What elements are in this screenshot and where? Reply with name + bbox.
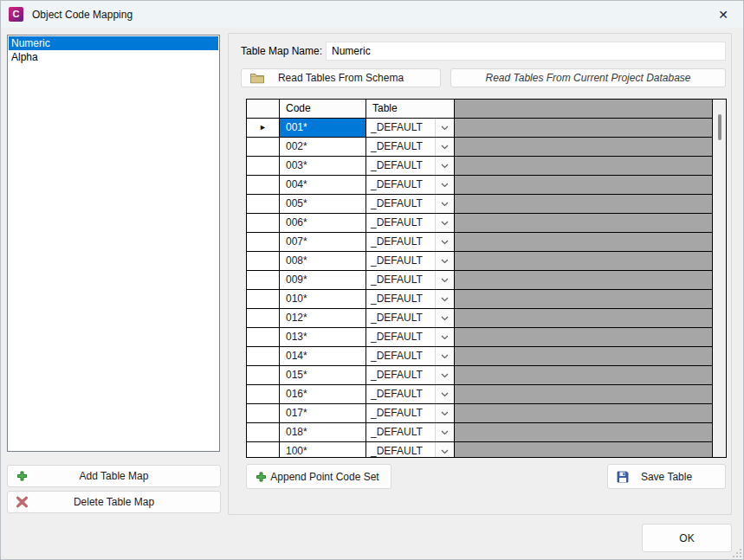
row-selector-cell[interactable]: [247, 252, 280, 270]
grid-row[interactable]: 009* _DEFAULT: [247, 271, 726, 290]
combo-dropdown-button[interactable]: [435, 233, 454, 251]
grid-vertical-scrollbar[interactable]: [712, 100, 726, 457]
ok-button[interactable]: OK: [642, 524, 732, 552]
grid-row[interactable]: 007* _DEFAULT: [247, 233, 726, 252]
row-selector-cell[interactable]: [247, 328, 280, 346]
code-cell[interactable]: 010*: [280, 290, 366, 308]
delete-table-map-button[interactable]: Delete Table Map: [7, 491, 221, 513]
combo-dropdown-button[interactable]: [435, 195, 454, 213]
code-cell[interactable]: 001*: [280, 119, 366, 137]
row-selector-cell[interactable]: [247, 366, 280, 384]
code-cell[interactable]: 006*: [280, 214, 366, 232]
combo-dropdown-button[interactable]: [435, 252, 454, 270]
table-map-list-item[interactable]: Alpha: [9, 50, 218, 64]
column-header-code[interactable]: Code: [280, 100, 366, 118]
code-cell[interactable]: 012*: [280, 309, 366, 327]
table-cell[interactable]: _DEFAULT: [366, 214, 455, 232]
code-cell[interactable]: 007*: [280, 233, 366, 251]
table-cell[interactable]: _DEFAULT: [366, 157, 455, 175]
code-cell[interactable]: 017*: [280, 404, 366, 422]
table-cell[interactable]: _DEFAULT: [366, 385, 455, 403]
grid-row[interactable]: 004* _DEFAULT: [247, 176, 726, 195]
row-selector-cell[interactable]: [247, 347, 280, 365]
code-cell[interactable]: 009*: [280, 271, 366, 289]
grid-row[interactable]: 015* _DEFAULT: [247, 366, 726, 385]
row-selector-cell[interactable]: [247, 195, 280, 213]
combo-dropdown-button[interactable]: [435, 347, 454, 365]
table-cell[interactable]: _DEFAULT: [366, 271, 455, 289]
grid-row[interactable]: 008* _DEFAULT: [247, 252, 726, 271]
grid-row[interactable]: 003* _DEFAULT: [247, 157, 726, 176]
table-cell[interactable]: _DEFAULT: [366, 347, 455, 365]
code-cell[interactable]: 004*: [280, 176, 366, 194]
table-cell[interactable]: _DEFAULT: [366, 423, 455, 441]
code-cell[interactable]: 003*: [280, 157, 366, 175]
combo-dropdown-button[interactable]: [435, 176, 454, 194]
code-cell[interactable]: 016*: [280, 385, 366, 403]
combo-dropdown-button[interactable]: [435, 328, 454, 346]
grid-row[interactable]: 013* _DEFAULT: [247, 328, 726, 347]
row-selector-cell[interactable]: [247, 214, 280, 232]
read-tables-from-project-button[interactable]: Read Tables From Current Project Databas…: [450, 68, 726, 87]
code-cell[interactable]: 005*: [280, 195, 366, 213]
code-cell[interactable]: 008*: [280, 252, 366, 270]
row-selector-cell[interactable]: [247, 271, 280, 289]
combo-dropdown-button[interactable]: [435, 214, 454, 232]
row-selector-cell[interactable]: [247, 442, 280, 458]
combo-dropdown-button[interactable]: [435, 404, 454, 422]
combo-dropdown-button[interactable]: [435, 385, 454, 403]
grid-row[interactable]: 012* _DEFAULT: [247, 309, 726, 328]
table-map-name-input[interactable]: [326, 42, 726, 61]
grid-row[interactable]: 002* _DEFAULT: [247, 138, 726, 157]
close-icon[interactable]: ✕: [703, 1, 743, 28]
grid-row[interactable]: 005* _DEFAULT: [247, 195, 726, 214]
code-cell[interactable]: 100*: [280, 442, 366, 458]
table-map-list-item[interactable]: Numeric: [9, 36, 218, 50]
add-table-map-button[interactable]: Add Table Map: [7, 465, 221, 487]
row-selector-cell[interactable]: [247, 157, 280, 175]
table-cell[interactable]: _DEFAULT: [366, 176, 455, 194]
code-cell[interactable]: 014*: [280, 347, 366, 365]
combo-dropdown-button[interactable]: [435, 423, 454, 441]
table-cell[interactable]: _DEFAULT: [366, 404, 455, 422]
grid-row[interactable]: 017* _DEFAULT: [247, 404, 726, 423]
table-cell[interactable]: _DEFAULT: [366, 366, 455, 384]
column-header-table[interactable]: Table: [366, 100, 455, 118]
append-point-code-set-button[interactable]: Append Point Code Set: [246, 464, 391, 489]
table-cell[interactable]: _DEFAULT: [366, 138, 455, 156]
scrollbar-thumb[interactable]: [718, 114, 721, 140]
combo-dropdown-button[interactable]: [435, 309, 454, 327]
resize-grip[interactable]: [733, 549, 741, 557]
combo-dropdown-button[interactable]: [435, 157, 454, 175]
combo-dropdown-button[interactable]: [435, 442, 454, 458]
combo-dropdown-button[interactable]: [435, 271, 454, 289]
grid-row[interactable]: 010* _DEFAULT: [247, 290, 726, 309]
table-cell[interactable]: _DEFAULT: [366, 119, 455, 137]
row-selector-cell[interactable]: [247, 385, 280, 403]
save-table-button[interactable]: Save Table: [607, 464, 726, 489]
table-cell[interactable]: _DEFAULT: [366, 195, 455, 213]
row-selector-cell[interactable]: [247, 309, 280, 327]
code-cell[interactable]: 002*: [280, 138, 366, 156]
grid-row[interactable]: 014* _DEFAULT: [247, 347, 726, 366]
code-cell[interactable]: 013*: [280, 328, 366, 346]
table-cell[interactable]: _DEFAULT: [366, 233, 455, 251]
combo-dropdown-button[interactable]: [435, 138, 454, 156]
combo-dropdown-button[interactable]: [435, 290, 454, 308]
table-cell[interactable]: _DEFAULT: [366, 290, 455, 308]
grid-row[interactable]: 006* _DEFAULT: [247, 214, 726, 233]
row-selector-cell[interactable]: [247, 423, 280, 441]
row-selector-cell[interactable]: [247, 290, 280, 308]
read-tables-from-schema-button[interactable]: Read Tables From Schema: [241, 68, 441, 87]
row-selector-cell[interactable]: [247, 176, 280, 194]
grid-row[interactable]: 018* _DEFAULT: [247, 423, 726, 442]
table-cell[interactable]: _DEFAULT: [366, 328, 455, 346]
grid-row[interactable]: ► 001* _DEFAULT: [247, 119, 726, 138]
row-selector-cell[interactable]: ►: [247, 119, 280, 137]
combo-dropdown-button[interactable]: [435, 119, 454, 137]
table-map-list[interactable]: NumericAlpha: [7, 35, 220, 452]
table-cell[interactable]: _DEFAULT: [366, 442, 455, 458]
row-selector-cell[interactable]: [247, 233, 280, 251]
combo-dropdown-button[interactable]: [435, 366, 454, 384]
row-selector-cell[interactable]: [247, 404, 280, 422]
